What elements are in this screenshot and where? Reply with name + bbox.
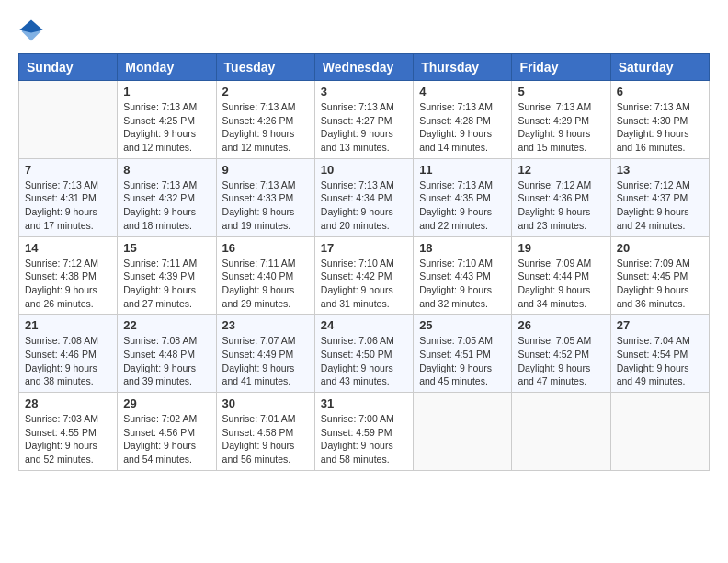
day-number: 9 xyxy=(222,163,309,177)
day-number: 13 xyxy=(617,163,703,177)
day-number: 31 xyxy=(321,396,407,410)
day-info: Sunrise: 7:06 AMSunset: 4:50 PMDaylight:… xyxy=(321,334,407,388)
calendar-cell: 20Sunrise: 7:09 AMSunset: 4:45 PMDayligh… xyxy=(610,236,709,315)
day-number: 8 xyxy=(123,163,210,177)
day-info: Sunrise: 7:09 AMSunset: 4:45 PMDaylight:… xyxy=(617,257,703,311)
day-number: 20 xyxy=(617,241,703,255)
calendar-cell: 11Sunrise: 7:13 AMSunset: 4:35 PMDayligh… xyxy=(414,158,512,236)
day-info: Sunrise: 7:13 AMSunset: 4:35 PMDaylight:… xyxy=(419,178,506,233)
calendar-cell: 13Sunrise: 7:12 AMSunset: 4:37 PMDayligh… xyxy=(610,158,709,236)
calendar-cell: 23Sunrise: 7:07 AMSunset: 4:49 PMDayligh… xyxy=(216,315,314,393)
day-number: 22 xyxy=(123,318,210,332)
calendar-cell xyxy=(512,393,610,471)
logo-icon xyxy=(18,18,44,44)
day-number: 29 xyxy=(123,396,210,410)
day-number: 10 xyxy=(321,163,407,177)
day-info: Sunrise: 7:11 AMSunset: 4:40 PMDaylight:… xyxy=(222,257,309,311)
day-info: Sunrise: 7:13 AMSunset: 4:25 PMDaylight:… xyxy=(123,100,210,155)
day-info: Sunrise: 7:05 AMSunset: 4:51 PMDaylight:… xyxy=(419,334,506,388)
weekday-header: Friday xyxy=(512,54,610,81)
day-number: 19 xyxy=(518,241,604,255)
day-number: 7 xyxy=(25,163,111,177)
calendar-cell xyxy=(610,393,709,471)
day-number: 18 xyxy=(419,241,506,255)
calendar-week-row: 14Sunrise: 7:12 AMSunset: 4:38 PMDayligh… xyxy=(19,236,710,315)
calendar-cell: 15Sunrise: 7:11 AMSunset: 4:39 PMDayligh… xyxy=(118,236,216,315)
logo xyxy=(18,18,46,44)
calendar-cell: 6Sunrise: 7:13 AMSunset: 4:30 PMDaylight… xyxy=(610,81,709,159)
day-number: 16 xyxy=(222,241,309,255)
day-info: Sunrise: 7:13 AMSunset: 4:27 PMDaylight:… xyxy=(321,100,407,155)
page-header xyxy=(18,18,710,44)
weekday-header: Wednesday xyxy=(314,54,413,81)
calendar-cell: 29Sunrise: 7:02 AMSunset: 4:56 PMDayligh… xyxy=(118,393,216,471)
calendar-cell: 18Sunrise: 7:10 AMSunset: 4:43 PMDayligh… xyxy=(414,236,512,315)
calendar-cell: 28Sunrise: 7:03 AMSunset: 4:55 PMDayligh… xyxy=(19,393,118,471)
day-number: 21 xyxy=(25,318,111,332)
day-info: Sunrise: 7:03 AMSunset: 4:55 PMDaylight:… xyxy=(25,412,111,466)
day-info: Sunrise: 7:02 AMSunset: 4:56 PMDaylight:… xyxy=(123,412,210,466)
calendar-cell: 31Sunrise: 7:00 AMSunset: 4:59 PMDayligh… xyxy=(314,393,413,471)
calendar-cell: 27Sunrise: 7:04 AMSunset: 4:54 PMDayligh… xyxy=(610,315,709,393)
day-number: 23 xyxy=(222,318,309,332)
day-info: Sunrise: 7:13 AMSunset: 4:31 PMDaylight:… xyxy=(25,178,111,233)
day-info: Sunrise: 7:05 AMSunset: 4:52 PMDaylight:… xyxy=(518,334,604,388)
day-number: 24 xyxy=(321,318,407,332)
day-info: Sunrise: 7:10 AMSunset: 4:43 PMDaylight:… xyxy=(419,257,506,311)
calendar-week-row: 1Sunrise: 7:13 AMSunset: 4:25 PMDaylight… xyxy=(19,81,710,159)
day-number: 14 xyxy=(25,241,111,255)
calendar-cell: 30Sunrise: 7:01 AMSunset: 4:58 PMDayligh… xyxy=(216,393,314,471)
calendar-cell: 24Sunrise: 7:06 AMSunset: 4:50 PMDayligh… xyxy=(314,315,413,393)
day-info: Sunrise: 7:13 AMSunset: 4:26 PMDaylight:… xyxy=(222,100,309,155)
day-info: Sunrise: 7:04 AMSunset: 4:54 PMDaylight:… xyxy=(617,334,703,388)
day-number: 27 xyxy=(617,318,703,332)
day-info: Sunrise: 7:13 AMSunset: 4:32 PMDaylight:… xyxy=(123,178,210,233)
calendar-cell: 25Sunrise: 7:05 AMSunset: 4:51 PMDayligh… xyxy=(414,315,512,393)
svg-marker-1 xyxy=(19,19,42,32)
calendar-cell: 8Sunrise: 7:13 AMSunset: 4:32 PMDaylight… xyxy=(118,158,216,236)
day-number: 6 xyxy=(617,85,703,98)
calendar-cell: 5Sunrise: 7:13 AMSunset: 4:29 PMDaylight… xyxy=(512,81,610,159)
calendar-cell: 14Sunrise: 7:12 AMSunset: 4:38 PMDayligh… xyxy=(19,236,118,315)
calendar-cell: 10Sunrise: 7:13 AMSunset: 4:34 PMDayligh… xyxy=(314,158,413,236)
day-info: Sunrise: 7:13 AMSunset: 4:28 PMDaylight:… xyxy=(419,100,506,155)
day-info: Sunrise: 7:08 AMSunset: 4:48 PMDaylight:… xyxy=(123,334,210,388)
weekday-header: Sunday xyxy=(19,54,118,81)
weekday-header: Tuesday xyxy=(216,54,314,81)
day-info: Sunrise: 7:12 AMSunset: 4:37 PMDaylight:… xyxy=(617,178,703,233)
day-info: Sunrise: 7:13 AMSunset: 4:33 PMDaylight:… xyxy=(222,178,309,233)
day-info: Sunrise: 7:13 AMSunset: 4:34 PMDaylight:… xyxy=(321,178,407,233)
day-info: Sunrise: 7:11 AMSunset: 4:39 PMDaylight:… xyxy=(123,257,210,311)
calendar-cell: 4Sunrise: 7:13 AMSunset: 4:28 PMDaylight… xyxy=(414,81,512,159)
day-info: Sunrise: 7:08 AMSunset: 4:46 PMDaylight:… xyxy=(25,334,111,388)
weekday-header: Saturday xyxy=(610,54,709,81)
calendar-header-row: SundayMondayTuesdayWednesdayThursdayFrid… xyxy=(19,54,710,81)
day-number: 12 xyxy=(518,163,604,177)
calendar-cell: 19Sunrise: 7:09 AMSunset: 4:44 PMDayligh… xyxy=(512,236,610,315)
day-number: 2 xyxy=(222,85,309,98)
calendar-week-row: 21Sunrise: 7:08 AMSunset: 4:46 PMDayligh… xyxy=(19,315,710,393)
calendar-cell xyxy=(414,393,512,471)
day-number: 11 xyxy=(419,163,506,177)
calendar-cell: 26Sunrise: 7:05 AMSunset: 4:52 PMDayligh… xyxy=(512,315,610,393)
day-number: 17 xyxy=(321,241,407,255)
calendar-cell: 12Sunrise: 7:12 AMSunset: 4:36 PMDayligh… xyxy=(512,158,610,236)
day-number: 26 xyxy=(518,318,604,332)
calendar-cell: 22Sunrise: 7:08 AMSunset: 4:48 PMDayligh… xyxy=(118,315,216,393)
day-info: Sunrise: 7:13 AMSunset: 4:30 PMDaylight:… xyxy=(617,100,703,155)
calendar-week-row: 28Sunrise: 7:03 AMSunset: 4:55 PMDayligh… xyxy=(19,393,710,471)
day-number: 3 xyxy=(321,85,407,98)
calendar-cell: 7Sunrise: 7:13 AMSunset: 4:31 PMDaylight… xyxy=(19,158,118,236)
weekday-header: Thursday xyxy=(414,54,512,81)
calendar-cell: 17Sunrise: 7:10 AMSunset: 4:42 PMDayligh… xyxy=(314,236,413,315)
day-info: Sunrise: 7:09 AMSunset: 4:44 PMDaylight:… xyxy=(518,257,604,311)
calendar-cell: 16Sunrise: 7:11 AMSunset: 4:40 PMDayligh… xyxy=(216,236,314,315)
calendar-cell: 2Sunrise: 7:13 AMSunset: 4:26 PMDaylight… xyxy=(216,81,314,159)
day-info: Sunrise: 7:01 AMSunset: 4:58 PMDaylight:… xyxy=(222,412,309,466)
calendar-table: SundayMondayTuesdayWednesdayThursdayFrid… xyxy=(18,53,710,471)
day-info: Sunrise: 7:10 AMSunset: 4:42 PMDaylight:… xyxy=(321,257,407,311)
calendar-cell: 21Sunrise: 7:08 AMSunset: 4:46 PMDayligh… xyxy=(19,315,118,393)
day-info: Sunrise: 7:13 AMSunset: 4:29 PMDaylight:… xyxy=(518,100,604,155)
day-number: 4 xyxy=(419,85,506,98)
day-info: Sunrise: 7:12 AMSunset: 4:36 PMDaylight:… xyxy=(518,178,604,233)
